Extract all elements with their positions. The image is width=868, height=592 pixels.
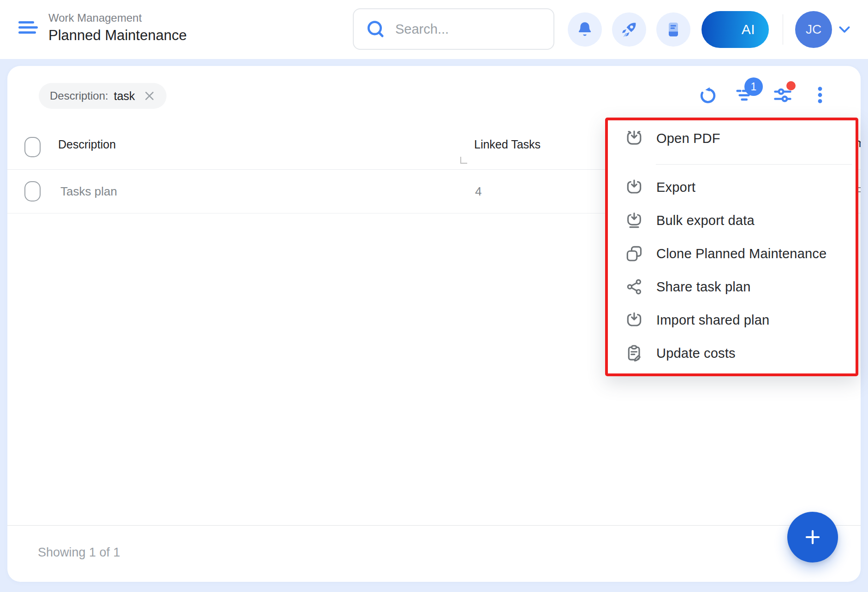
row-description: Tasks plan xyxy=(60,184,117,199)
menu-item-share[interactable]: Share task plan xyxy=(608,270,856,303)
search-input[interactable] xyxy=(394,21,535,37)
filter-button[interactable]: 1 xyxy=(734,84,756,106)
add-plan-button[interactable] xyxy=(787,512,838,562)
menu-item-label: Share task plan xyxy=(656,279,751,295)
menu-item-label: Export xyxy=(656,180,696,195)
download-icon xyxy=(625,178,643,196)
menu-item-clone[interactable]: Clone Planned Maintenance xyxy=(608,237,856,270)
menu-item-update-costs[interactable]: Update costs xyxy=(608,337,856,370)
refresh-icon xyxy=(697,84,719,106)
more-options-button[interactable] xyxy=(809,84,831,106)
chevron-down-icon xyxy=(838,26,850,33)
menu-item-open-pdf[interactable]: Open PDF xyxy=(608,120,856,156)
download-tray-icon xyxy=(625,129,643,148)
toolbar-actions: 1 xyxy=(697,84,831,106)
menu-item-import[interactable]: Import shared plan xyxy=(608,303,856,337)
ai-assistant-button[interactable]: AI xyxy=(702,11,769,48)
top-header: Work Management Planned Maintenance xyxy=(0,0,868,59)
list-toolbar: Description: task xyxy=(7,66,861,124)
active-filter-chip[interactable]: Description: task xyxy=(39,83,166,109)
menu-item-label: Import shared plan xyxy=(656,313,769,328)
header-divider xyxy=(783,14,783,45)
remove-filter-button[interactable] xyxy=(143,90,155,102)
close-icon xyxy=(143,90,155,102)
menu-item-label: Clone Planned Maintenance xyxy=(656,246,826,261)
pagination-status: Showing 1 of 1 xyxy=(38,545,120,560)
app-title: Work Management xyxy=(48,11,187,25)
plus-icon xyxy=(803,527,822,547)
footer-divider xyxy=(7,525,861,526)
context-menu: Open PDF Export xyxy=(608,120,856,373)
hamburger-menu-icon[interactable] xyxy=(18,21,39,38)
clipboard-edit-icon xyxy=(625,344,643,362)
page-title: Planned Maintenance xyxy=(48,27,187,45)
menu-item-export[interactable]: Export xyxy=(608,171,856,204)
search-icon xyxy=(366,19,386,39)
share-icon xyxy=(625,278,643,296)
menu-item-label: Bulk export data xyxy=(656,213,755,228)
bell-icon xyxy=(575,20,595,39)
rocket-icon xyxy=(619,20,639,39)
kebab-menu-icon xyxy=(809,84,831,106)
select-all-checkbox[interactable] xyxy=(24,137,41,157)
column-header-description[interactable]: Description xyxy=(58,137,116,151)
copy-icon xyxy=(625,244,643,263)
account-menu-button[interactable] xyxy=(838,26,850,33)
column-resize-handle[interactable] xyxy=(460,157,467,164)
notebook-icon xyxy=(664,20,683,39)
row-checkbox[interactable] xyxy=(24,181,41,201)
download-stack-icon xyxy=(625,211,643,230)
column-header-linked-tasks[interactable]: Linked Tasks xyxy=(474,137,541,151)
filter-chip-value: task xyxy=(114,89,135,103)
filter-chip-field: Description: xyxy=(50,89,108,102)
filter-count-badge: 1 xyxy=(744,77,763,96)
page-body: Description: task xyxy=(0,59,868,592)
menu-item-bulk-export[interactable]: Bulk export data xyxy=(608,204,856,237)
whats-new-button[interactable] xyxy=(612,12,646,47)
user-avatar[interactable]: JC xyxy=(795,11,832,48)
header-titles: Work Management Planned Maintenance xyxy=(48,11,187,45)
highlight-annotation-box: Open PDF Export xyxy=(605,118,858,376)
menu-item-label: Update costs xyxy=(656,346,736,361)
view-settings-button[interactable] xyxy=(772,84,794,106)
row-linked-tasks: 4 xyxy=(475,184,482,199)
menu-divider xyxy=(656,164,852,165)
menu-item-label: Open PDF xyxy=(656,131,720,146)
download-icon xyxy=(625,311,643,329)
header-actions: AI JC xyxy=(558,0,850,59)
docs-button[interactable] xyxy=(656,12,690,47)
refresh-button[interactable] xyxy=(697,84,719,106)
settings-alert-dot xyxy=(786,81,796,90)
search-box[interactable] xyxy=(353,8,554,50)
notifications-button[interactable] xyxy=(568,12,602,47)
